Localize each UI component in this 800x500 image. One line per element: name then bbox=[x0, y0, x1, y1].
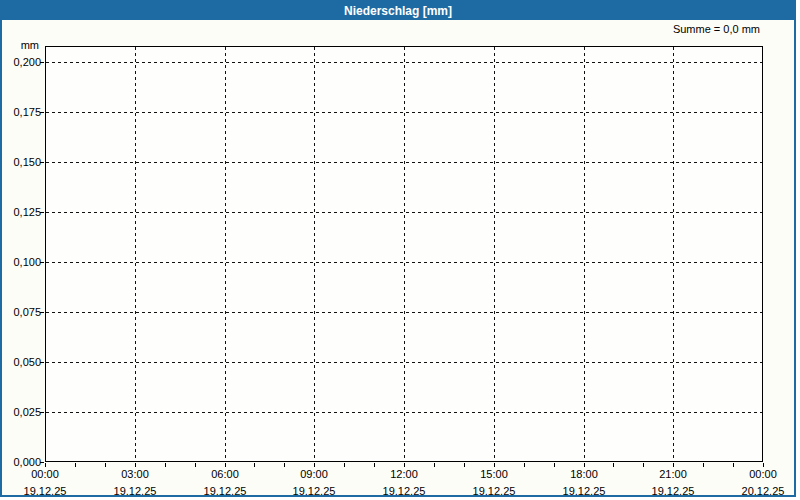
x-tick-date-label: 20.12.25 bbox=[731, 485, 795, 497]
x-axis-tick bbox=[643, 463, 644, 467]
x-axis-tick bbox=[314, 463, 315, 467]
x-tick-time-label: 18:00 bbox=[552, 468, 616, 480]
plot-area bbox=[45, 46, 763, 462]
x-axis-tick bbox=[554, 463, 555, 467]
x-axis-tick bbox=[135, 463, 136, 467]
chart-panel: Niederschlag [mm] Summe = 0,0 mm mm 0,20… bbox=[0, 0, 796, 497]
x-axis-tick bbox=[344, 463, 345, 467]
gridline-vertical bbox=[314, 47, 315, 461]
y-tick-label: 0,175 bbox=[2, 106, 41, 118]
x-tick-date-label: 19.12.25 bbox=[372, 485, 436, 497]
x-axis-tick bbox=[434, 463, 435, 467]
x-axis-tick bbox=[404, 463, 405, 467]
x-axis-tick bbox=[374, 463, 375, 467]
y-tick-label: 0,000 bbox=[2, 456, 41, 468]
x-axis-tick bbox=[763, 463, 764, 467]
x-tick-date-label: 19.12.25 bbox=[462, 485, 526, 497]
window-titlebar: Niederschlag [mm] bbox=[2, 2, 794, 20]
x-axis-tick bbox=[613, 463, 614, 467]
x-tick-time-label: 09:00 bbox=[282, 468, 346, 480]
x-axis-tick bbox=[703, 463, 704, 467]
x-tick-date-label: 19.12.25 bbox=[193, 485, 257, 497]
y-tick-label: 0,125 bbox=[2, 206, 41, 218]
y-axis-unit-label: mm bbox=[2, 39, 39, 51]
x-tick-time-label: 06:00 bbox=[193, 468, 257, 480]
y-tick-label: 0,025 bbox=[2, 406, 41, 418]
x-tick-time-label: 00:00 bbox=[731, 468, 795, 480]
y-tick-label: 0,200 bbox=[2, 56, 41, 68]
x-axis-tick bbox=[284, 463, 285, 467]
x-axis-tick bbox=[673, 463, 674, 467]
gridline-vertical bbox=[135, 47, 136, 461]
x-tick-date-label: 19.12.25 bbox=[13, 485, 77, 497]
x-axis-tick bbox=[584, 463, 585, 467]
x-tick-date-label: 19.12.25 bbox=[641, 485, 705, 497]
sum-annotation: Summe = 0,0 mm bbox=[560, 23, 760, 35]
x-axis-tick bbox=[165, 463, 166, 467]
x-tick-time-label: 12:00 bbox=[372, 468, 436, 480]
x-tick-date-label: 19.12.25 bbox=[103, 485, 167, 497]
x-tick-time-label: 00:00 bbox=[13, 468, 77, 480]
y-tick-label: 0,100 bbox=[2, 256, 41, 268]
x-tick-time-label: 15:00 bbox=[462, 468, 526, 480]
x-axis-tick bbox=[494, 463, 495, 467]
x-axis-tick bbox=[464, 463, 465, 467]
gridline-vertical bbox=[494, 47, 495, 461]
y-tick-label: 0,075 bbox=[2, 306, 41, 318]
x-tick-time-label: 03:00 bbox=[103, 468, 167, 480]
x-axis-tick bbox=[254, 463, 255, 467]
x-axis-tick bbox=[524, 463, 525, 467]
x-axis-tick bbox=[733, 463, 734, 467]
x-axis-tick bbox=[105, 463, 106, 467]
gridline-vertical bbox=[584, 47, 585, 461]
x-tick-time-label: 21:00 bbox=[641, 468, 705, 480]
y-tick-label: 0,050 bbox=[2, 356, 41, 368]
gridline-vertical bbox=[225, 47, 226, 461]
x-axis-tick bbox=[195, 463, 196, 467]
x-axis-tick bbox=[75, 463, 76, 467]
y-tick-label: 0,150 bbox=[2, 156, 41, 168]
chart-title: Niederschlag [mm] bbox=[344, 4, 452, 18]
gridline-vertical bbox=[404, 47, 405, 461]
gridline-vertical bbox=[673, 47, 674, 461]
x-axis-tick bbox=[225, 463, 226, 467]
x-tick-date-label: 19.12.25 bbox=[552, 485, 616, 497]
x-axis-tick bbox=[45, 463, 46, 467]
x-tick-date-label: 19.12.25 bbox=[282, 485, 346, 497]
